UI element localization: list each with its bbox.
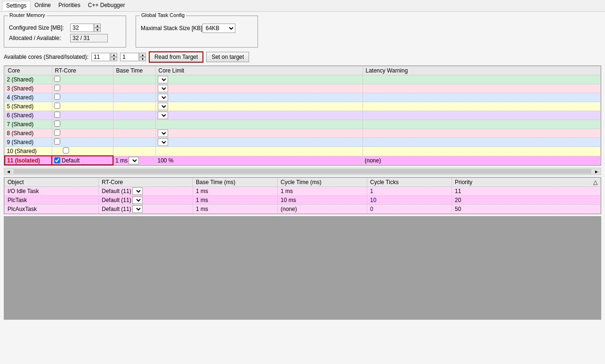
task-rtcore-select[interactable] — [132, 196, 143, 204]
core-cell: 4 (Shared) — [5, 93, 52, 102]
corelimit-select[interactable] — [158, 138, 168, 146]
corelimit-select[interactable] — [158, 103, 168, 110]
shared-cores-down[interactable]: ▼ — [111, 57, 117, 61]
basetime-dropdown[interactable] — [129, 157, 139, 164]
task-priority: 11 — [452, 187, 601, 196]
core-cell: 7 (Shared) — [5, 120, 52, 129]
table-row: 7 (Shared) — [5, 120, 601, 129]
corelimit-cell — [155, 111, 363, 120]
shared-cores-up[interactable]: ▲ — [111, 53, 117, 57]
rtcore-cell — [52, 84, 113, 93]
rtcore-checkbox[interactable] — [54, 129, 60, 136]
basetime-cell — [113, 111, 155, 120]
task-rtcore-select[interactable] — [132, 205, 143, 213]
menu-bar: Settings Online Priorities C++ Debugger — [0, 0, 605, 12]
task-rtcore-text: Default (11) — [102, 197, 131, 203]
isolated-cores-input[interactable] — [120, 53, 139, 61]
table-row: 3 (Shared) — [5, 84, 601, 93]
configured-size-row: Configured Size [MB]: ▲ ▼ — [9, 24, 121, 32]
task-cycletime: 1 ms — [278, 187, 367, 196]
corelimit-select[interactable] — [158, 85, 168, 92]
rtcore-cell — [52, 75, 113, 84]
basetime-cell — [113, 102, 155, 111]
shared-cores-input[interactable] — [91, 53, 110, 61]
menu-online[interactable]: Online — [31, 1, 55, 10]
rtcore-checkbox-isolated[interactable] — [54, 157, 60, 163]
rtcore-checkbox[interactable] — [54, 76, 60, 82]
core-cell: 3 (Shared) — [5, 84, 52, 93]
allocated-value — [70, 34, 108, 42]
configured-size-up[interactable]: ▲ — [94, 24, 101, 28]
hscroll-left[interactable]: ◄ — [4, 169, 13, 174]
col-header-rtcore: RT-Core — [52, 66, 113, 75]
task-rtcore-select[interactable] — [132, 187, 143, 195]
main-content: Router Memory Configured Size [MB]: ▲ ▼ … — [0, 12, 605, 364]
latency-cell — [363, 138, 601, 147]
priority-header-text: Priority — [455, 179, 472, 186]
rtcore-checkbox[interactable] — [54, 112, 60, 118]
max-stack-select[interactable]: 64KB 128KB 256KB — [202, 24, 235, 33]
latency-cell — [363, 120, 601, 129]
rtcore-default-label: Default — [62, 157, 80, 164]
latency-cell — [363, 129, 601, 138]
task-basetime: 1 ms — [193, 196, 278, 205]
task-priority: 20 — [452, 196, 601, 205]
corelimit-select[interactable] — [158, 129, 168, 137]
rtcore-cell — [52, 120, 113, 129]
latency-cell — [363, 84, 601, 93]
global-task-config-group: Global Task Config Maximal Stack Size [K… — [136, 16, 258, 48]
corelimit-select[interactable] — [158, 94, 168, 101]
max-stack-row: Maximal Stack Size [KB] 64KB 128KB 256KB — [141, 24, 253, 33]
table-row: 10 (Shared) — [5, 147, 601, 156]
configured-size-input[interactable] — [70, 24, 94, 32]
core-cell: 6 (Shared) — [5, 111, 52, 120]
sort-icon: △ — [593, 179, 597, 186]
gray-bottom-area — [4, 216, 601, 320]
corelimit-cell — [155, 129, 363, 138]
latency-cell — [363, 102, 601, 111]
shared-cores-spinner[interactable]: ▲ ▼ — [91, 53, 117, 61]
task-object: I/O Idle Task — [5, 187, 99, 196]
router-memory-group: Router Memory Configured Size [MB]: ▲ ▼ … — [4, 16, 126, 48]
corelimit-select[interactable] — [158, 76, 168, 83]
hscroll-thumb[interactable] — [14, 169, 591, 174]
rtcore-checkbox[interactable] — [54, 103, 60, 109]
isolated-cores-down[interactable]: ▼ — [139, 57, 146, 61]
corelimit-select[interactable] — [158, 112, 168, 119]
configured-size-down[interactable]: ▼ — [94, 28, 101, 32]
corelimit-cell: 100 % — [155, 156, 363, 165]
core-cell: 8 (Shared) — [5, 129, 52, 138]
table-row: 4 (Shared) — [5, 93, 601, 102]
isolated-core-label: 11 (Isolated) — [7, 157, 40, 164]
menu-cpp-debugger[interactable]: C++ Debugger — [84, 1, 129, 10]
table-row: 11 (Isolated) Default 1 ms — [5, 156, 601, 165]
corelimit-cell — [155, 102, 363, 111]
corelimit-cell — [155, 75, 363, 84]
table-row: PlcAuxTask Default (11) 1 ms (none) 0 50 — [5, 205, 601, 214]
allocated-row: Allocated / Available: — [9, 34, 121, 42]
rtcore-checkbox[interactable] — [54, 147, 78, 154]
menu-priorities[interactable]: Priorities — [55, 1, 84, 10]
hscroll-bar[interactable]: ◄ ► — [4, 168, 601, 175]
menu-settings[interactable]: Settings — [2, 1, 31, 10]
set-on-target-button[interactable]: Set on target — [206, 52, 249, 62]
read-from-target-button[interactable]: Read from Target — [149, 51, 204, 63]
rtcore-cell — [52, 147, 113, 156]
router-memory-title: Router Memory — [8, 12, 47, 18]
rtcore-checkbox[interactable] — [54, 138, 60, 145]
task-basetime: 1 ms — [193, 205, 278, 214]
isolated-cores-up[interactable]: ▲ — [139, 53, 146, 57]
table-row: 2 (Shared) — [5, 75, 601, 84]
corelimit-cell — [155, 147, 363, 156]
isolated-cores-spinner[interactable]: ▲ ▼ — [120, 53, 146, 61]
rtcore-cell — [52, 129, 113, 138]
task-cycletime: (none) — [278, 205, 367, 214]
rtcore-checkbox[interactable] — [54, 121, 60, 127]
configured-size-spinner[interactable]: ▲ ▼ — [70, 24, 101, 32]
max-stack-label: Maximal Stack Size [KB] — [141, 25, 202, 32]
core-cell: 11 (Isolated) — [5, 156, 52, 165]
rtcore-cell — [52, 102, 113, 111]
rtcore-checkbox[interactable] — [54, 85, 60, 91]
rtcore-checkbox[interactable] — [54, 94, 60, 100]
hscroll-right[interactable]: ► — [592, 169, 601, 174]
